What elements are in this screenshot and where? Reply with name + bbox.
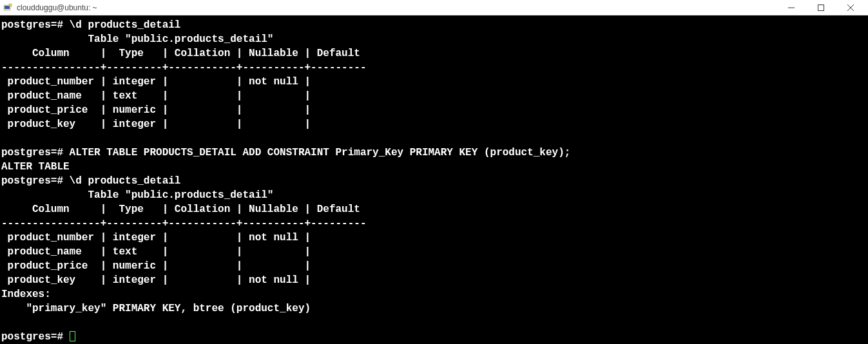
terminal-line: Indexes: bbox=[1, 289, 51, 300]
terminal-line: postgres=# \d products_detail bbox=[1, 19, 180, 31]
svg-rect-2 bbox=[9, 4, 12, 6]
maximize-button[interactable] bbox=[806, 0, 836, 15]
terminal-line: "primary_key" PRIMARY KEY, btree (produc… bbox=[1, 303, 311, 314]
terminal-line: ----------------+---------+-----------+-… bbox=[1, 218, 367, 229]
terminal-line: product_number | integer | | not null | bbox=[1, 76, 311, 88]
terminal-line: Column | Type | Collation | Nullable | D… bbox=[1, 204, 360, 215]
terminal-line: Table "public.products_detail" bbox=[1, 189, 273, 201]
terminal-line: product_price | numeric | | | bbox=[1, 104, 311, 116]
terminal-line: ----------------+---------+-----------+-… bbox=[1, 62, 367, 73]
terminal-line: Column | Type | Collation | Nullable | D… bbox=[1, 48, 360, 59]
terminal-line: postgres=# ALTER TABLE PRODUCTS_DETAIL A… bbox=[1, 147, 570, 158]
terminal-line: ALTER TABLE bbox=[1, 161, 70, 173]
terminal-output[interactable]: postgres=# \d products_detail Table "pub… bbox=[0, 15, 868, 344]
window-title-bar: cloudduggu@ubuntu: ~ bbox=[0, 0, 868, 15]
window-controls bbox=[776, 0, 865, 15]
putty-icon bbox=[3, 3, 13, 13]
terminal-line: product_price | numeric | | | bbox=[1, 260, 311, 272]
svg-rect-4 bbox=[818, 5, 824, 10]
terminal-line: product_name | text | | | bbox=[1, 246, 311, 258]
terminal-prompt: postgres=# bbox=[1, 331, 70, 343]
terminal-line: product_name | text | | | bbox=[1, 90, 311, 102]
minimize-button[interactable] bbox=[776, 0, 806, 15]
terminal-line: product_key | integer | | not null | bbox=[1, 274, 311, 286]
terminal-line: product_number | integer | | not null | bbox=[1, 232, 311, 244]
terminal-line: product_key | integer | | | bbox=[1, 119, 311, 130]
close-button[interactable] bbox=[836, 0, 865, 15]
window-title: cloudduggu@ubuntu: ~ bbox=[17, 3, 776, 12]
terminal-line: Table "public.products_detail" bbox=[1, 33, 273, 45]
terminal-line: postgres=# \d products_detail bbox=[1, 175, 180, 187]
terminal-cursor bbox=[70, 331, 75, 341]
